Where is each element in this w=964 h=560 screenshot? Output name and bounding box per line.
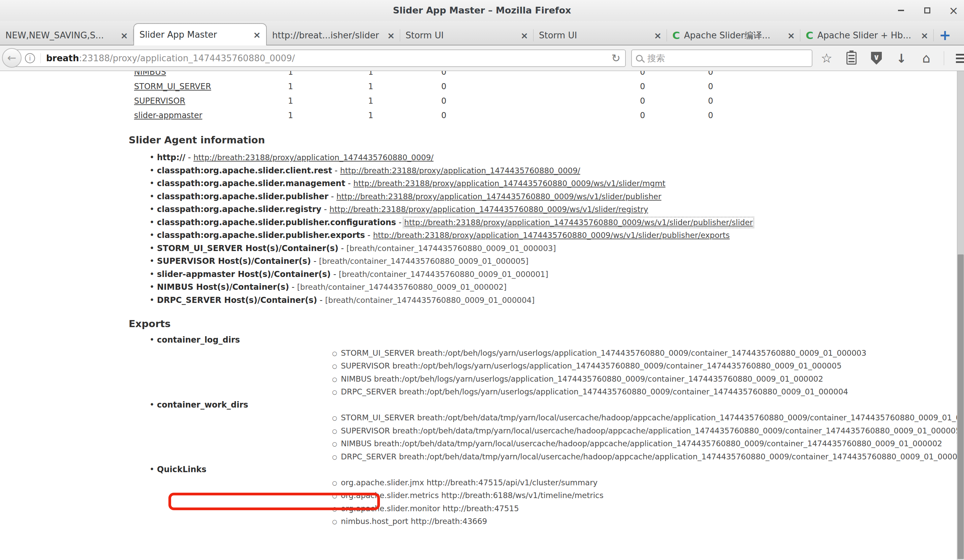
search-box[interactable] <box>631 49 813 67</box>
agent-item-value: [breath/container_1474435760880_0009_01_… <box>339 270 548 279</box>
agent-item-label: SUPERVISOR Host(s)/Container(s) <box>157 256 311 266</box>
agent-item-link[interactable]: http://breath:23188/proxy/application_14… <box>337 192 661 201</box>
agent-item-separator: - <box>185 153 193 162</box>
window-titlebar: Slider App Master – Mozilla Firefox × <box>0 0 964 21</box>
new-tab-button[interactable]: + <box>936 29 954 42</box>
agent-list-item: DRPC_SERVER Host(s)/Container(s) - [brea… <box>157 294 964 307</box>
tab-1[interactable]: NEW,NEW_SAVING,S...× <box>0 26 134 45</box>
table-cell: 0 <box>640 80 645 94</box>
exports-item: STORM_UI_SERVER breath:/opt/beh/data/tmp… <box>341 411 964 424</box>
agent-item-label: classpath:org.apache.slider.publisher.ex… <box>157 230 365 240</box>
exports-group-label: QuickLinks <box>157 465 207 474</box>
agent-item-link[interactable]: http://breath:23188/proxy/application_14… <box>193 153 433 162</box>
site-favicon-icon: C <box>806 29 813 41</box>
exports-section-heading: Exports <box>129 318 964 330</box>
tab-close-icon[interactable]: × <box>654 30 661 41</box>
minimize-button[interactable] <box>895 5 907 16</box>
agent-item-separator: - <box>321 205 329 214</box>
tab-5[interactable]: Storm UI× <box>534 26 667 45</box>
tab-close-icon[interactable]: × <box>920 30 928 41</box>
site-identity[interactable]: i <box>25 53 41 63</box>
table-cell: 1 <box>368 108 373 123</box>
tab-close-icon[interactable]: × <box>120 30 128 41</box>
maximize-button[interactable] <box>922 5 933 16</box>
exports-group: container_log_dirsSTORM_UI_SERVER breath… <box>157 333 964 398</box>
tab-label: http://breat...isher/slider <box>272 30 384 41</box>
agent-item-link[interactable]: http://breath:23188/proxy/application_14… <box>340 166 580 175</box>
reload-button[interactable]: ↻ <box>611 52 620 65</box>
tab-close-icon[interactable]: × <box>387 30 395 41</box>
table-row: STORM_UI_SERVER11000 <box>134 80 964 94</box>
agent-item-label: classpath:org.apache.slider.publisher <box>157 192 328 201</box>
back-button[interactable]: ← <box>2 48 21 68</box>
tab-7[interactable]: CApache Slider + Hb...× <box>800 26 934 45</box>
reading-list-button[interactable] <box>844 50 859 67</box>
home-button[interactable]: ⌂ <box>919 50 934 67</box>
exports-sublist: org.apache.slider.jmx http://breath:4751… <box>157 476 964 528</box>
shield-extension-button[interactable]: ∨ <box>869 50 884 67</box>
bookmark-star-button[interactable]: ☆ <box>819 50 834 67</box>
table-cell: 0 <box>640 108 645 123</box>
agent-item-link[interactable]: http://breath:23188/proxy/application_14… <box>353 179 665 188</box>
table-cell: 1 <box>368 80 373 94</box>
agent-item-link[interactable]: http://breath:23188/proxy/application_14… <box>373 231 730 240</box>
downloads-button[interactable]: ↓ <box>894 50 909 67</box>
exports-item: NIMBUS breath:/opt/beh/logs/yarn/userlog… <box>341 373 964 386</box>
table-cell: 1 <box>288 108 293 123</box>
agent-item-link[interactable]: http://breath:23188/proxy/application_14… <box>329 205 648 214</box>
tab-3[interactable]: http://breat...isher/slider× <box>267 26 400 45</box>
info-icon: i <box>25 53 35 63</box>
minimize-icon <box>898 10 904 11</box>
url-bar[interactable]: i breath:23188/proxy/application_1474435… <box>13 49 626 67</box>
toolbar-separator <box>944 51 944 65</box>
shield-icon: ∨ <box>871 52 882 65</box>
exports-sublist: STORM_UI_SERVER breath:/opt/beh/data/tmp… <box>157 411 964 463</box>
agent-item-separator: - <box>345 179 353 188</box>
tab-close-icon[interactable]: × <box>253 29 261 40</box>
table-cell: 0 <box>640 71 645 80</box>
table-cell: 0 <box>640 94 645 108</box>
exports-sublist: STORM_UI_SERVER breath:/opt/beh/logs/yar… <box>157 347 964 398</box>
component-link[interactable]: NIMBUS <box>134 71 166 77</box>
table-cell: 0 <box>708 80 713 94</box>
clipboard-icon <box>847 52 857 65</box>
tab-close-icon[interactable]: × <box>520 30 528 41</box>
tab-close-icon[interactable]: × <box>787 30 795 41</box>
agent-list-item: classpath:org.apache.slider.management -… <box>157 177 964 190</box>
agent-item-separator: - <box>339 243 347 253</box>
table-cell: 0 <box>441 80 446 94</box>
agent-item-label: NIMBUS Host(s)/Container(s) <box>157 282 289 292</box>
exports-item: SUPERVISOR breath:/opt/beh/logs/yarn/use… <box>341 359 964 373</box>
tab-6[interactable]: CApache Slider编译...× <box>667 26 800 45</box>
navigation-toolbar: ← i breath:23188/proxy/application_14744… <box>0 45 964 71</box>
component-link[interactable]: STORM_UI_SERVER <box>134 82 211 91</box>
tab-label: Apache Slider编译... <box>684 29 784 41</box>
tab-label: NEW,NEW_SAVING,S... <box>5 30 117 41</box>
vertical-scrollbar[interactable] <box>957 71 964 560</box>
exports-item: org.apache.slider.metrics http://breath:… <box>341 489 964 502</box>
agent-item-label: classpath:org.apache.slider.management <box>157 179 345 188</box>
search-input[interactable] <box>647 53 808 63</box>
tab-2[interactable]: Slider App Master× <box>134 23 267 45</box>
agent-info-list: http:// - http://breath:23188/proxy/appl… <box>0 151 964 307</box>
tab-label: Apache Slider + Hb... <box>817 30 917 41</box>
table-cell: 1 <box>288 94 293 108</box>
agent-list-item: classpath:org.apache.slider.publisher.ex… <box>157 229 964 242</box>
url-path: :23188/proxy/application_1474435760880_0… <box>79 53 295 63</box>
agent-item-separator: - <box>317 295 325 305</box>
agent-list-item: classpath:org.apache.slider.client.rest … <box>157 164 964 177</box>
close-button[interactable]: × <box>948 5 959 16</box>
window-title: Slider App Master – Mozilla Firefox <box>0 0 964 21</box>
url-host: breath <box>46 53 79 63</box>
back-icon: ← <box>7 52 16 64</box>
home-icon: ⌂ <box>922 51 930 66</box>
tab-4[interactable]: Storm UI× <box>400 26 534 45</box>
menu-button[interactable] <box>954 50 964 67</box>
component-table: NIMBUS11000STORM_UI_SERVER11000SUPERVISO… <box>134 71 964 123</box>
agent-list-item: SUPERVISOR Host(s)/Container(s) - [breat… <box>157 255 964 268</box>
scrollbar-thumb[interactable] <box>957 255 964 559</box>
agent-item-label: classpath:org.apache.slider.client.rest <box>157 166 332 175</box>
component-link[interactable]: slider-appmaster <box>134 111 202 120</box>
component-link[interactable]: SUPERVISOR <box>134 96 185 106</box>
agent-item-link[interactable]: http://breath:23188/proxy/application_14… <box>404 218 753 227</box>
